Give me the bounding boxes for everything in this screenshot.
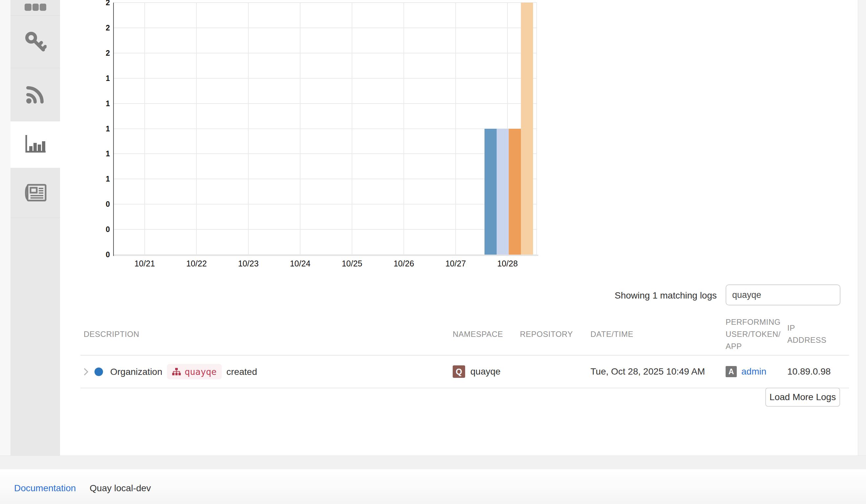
- matching-logs-summary: Showing 1 matching logs: [558, 290, 717, 301]
- chart-gridline-v: [196, 3, 197, 255]
- log-description-cell: Organization quayqe created: [84, 364, 257, 379]
- performer-avatar: A: [725, 366, 737, 377]
- bar-series-blue: [485, 129, 497, 255]
- y-tick-label: 1: [91, 74, 110, 83]
- description-prefix: Organization: [110, 366, 162, 377]
- chart-gridline-v: [352, 3, 352, 255]
- log-datetime-cell: Tue, Oct 28, 2025 10:49 AM: [590, 366, 705, 377]
- y-tick-label: 0: [91, 200, 110, 208]
- chart-gridline-v: [403, 3, 404, 255]
- x-tick-label: 10/22: [174, 259, 220, 268]
- chart-gridline-v: [536, 3, 537, 255]
- y-tick-label: 1: [91, 125, 110, 133]
- y-tick-label: 1: [91, 99, 110, 108]
- entity-name: quayqe: [185, 367, 217, 377]
- bar-series-light-orange: [521, 3, 533, 255]
- col-header-description: DESCRIPTION: [84, 328, 140, 340]
- x-tick-label: 10/24: [277, 259, 323, 268]
- chart-y-axis: [113, 3, 114, 256]
- chart-gridline-h: [114, 128, 537, 129]
- chart-gridline-h: [114, 2, 537, 3]
- col-header-ip: IP ADDRESS: [787, 322, 826, 346]
- load-more-logs-button[interactable]: Load More Logs: [765, 388, 840, 407]
- right-scroll-track[interactable]: [858, 0, 866, 469]
- namespace-avatar: Q: [453, 365, 465, 378]
- logs-table: DESCRIPTION NAMESPACE REPOSITORY DATE/TI…: [80, 313, 849, 388]
- chart-gridline-h: [114, 103, 537, 104]
- organization-icon: [172, 368, 181, 376]
- log-namespace-cell: Q quayqe: [453, 365, 501, 378]
- col-header-namespace: NAMESPACE: [453, 328, 503, 340]
- chart-gridline-h: [114, 254, 537, 255]
- namespace-name: quayqe: [470, 366, 501, 377]
- log-row: Organization quayqe created: [80, 356, 849, 388]
- y-tick-label: 1: [91, 149, 110, 158]
- bar-series-orange: [509, 129, 521, 255]
- x-tick-label: 10/23: [225, 259, 271, 268]
- y-tick-label: 0: [91, 225, 110, 234]
- chart-gridline-h: [114, 229, 537, 230]
- footer: Documentation Quay local-dev: [0, 469, 866, 504]
- x-tick-label: 10/21: [122, 259, 168, 268]
- bar-series-light-blue: [497, 129, 509, 255]
- logs-table-header-row: DESCRIPTION NAMESPACE REPOSITORY DATE/TI…: [80, 313, 849, 356]
- chart-gridline-v: [300, 3, 300, 255]
- x-tick-label: 10/25: [329, 259, 375, 268]
- chart-gridline-h: [114, 179, 537, 179]
- col-header-performer: PERFORMING USER/TOKEN/ APP: [725, 316, 781, 352]
- col-header-repository: REPOSITORY: [520, 328, 573, 340]
- y-tick-label: 2: [91, 24, 110, 32]
- x-tick-label: 10/26: [381, 259, 427, 268]
- expand-chevron-icon[interactable]: [84, 368, 89, 376]
- chart-gridline-h: [114, 27, 537, 28]
- col-header-datetime: DATE/TIME: [590, 328, 633, 340]
- footer-divider-band: [0, 456, 866, 469]
- log-ip-cell: 10.89.0.98: [787, 366, 831, 377]
- chart-gridline-h: [114, 53, 537, 54]
- chart-gridline-v: [144, 3, 145, 255]
- entity-chip[interactable]: quayqe: [167, 364, 222, 379]
- log-performer-cell: A admin: [725, 366, 766, 377]
- performer-link[interactable]: admin: [741, 366, 766, 377]
- chart-gridline-h: [114, 78, 537, 79]
- x-tick-label: 10/28: [485, 259, 531, 268]
- y-tick-label: 1: [91, 175, 110, 183]
- y-tick-label: 0: [91, 250, 110, 259]
- y-tick-label: 2: [91, 0, 110, 7]
- event-type-dot: [95, 367, 103, 376]
- usage-logs-chart: 2221111100010/2110/2210/2310/2410/2510/2…: [0, 0, 866, 275]
- documentation-link[interactable]: Documentation: [14, 483, 76, 493]
- chart-gridline-v: [455, 3, 456, 255]
- chart-gridline-v: [248, 3, 249, 255]
- app-name-label: Quay local-dev: [90, 483, 151, 493]
- y-tick-label: 2: [91, 49, 110, 57]
- chart-gridline-h: [114, 153, 537, 154]
- x-tick-label: 10/27: [433, 259, 479, 268]
- description-suffix: created: [226, 366, 257, 377]
- chart-gridline-h: [114, 204, 537, 205]
- log-filter-input[interactable]: [725, 284, 841, 306]
